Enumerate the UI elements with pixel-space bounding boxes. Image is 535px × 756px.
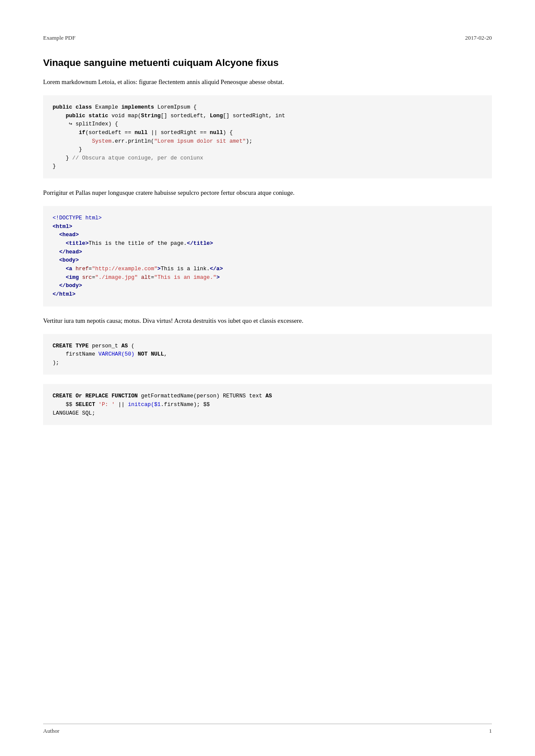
section-title: Vinaque sanguine metuenti cuiquam Alcyon…: [43, 57, 492, 69]
java-code-block: public class Example implements LoremIps…: [43, 95, 492, 178]
paragraph-1: Lorem markdownum Letoia, et alios: figur…: [43, 77, 492, 87]
header-date: 2017-02-20: [465, 34, 492, 41]
sql-code-block-2: CREATE Or REPLACE FUNCTION getFormattedN…: [43, 384, 492, 425]
paragraph-2: Porrigitur et Pallas nuper longusque cra…: [43, 188, 492, 197]
sql-code-block-1: CREATE TYPE person_t AS ( firstName VARC…: [43, 334, 492, 375]
page-footer: Author 1: [43, 724, 492, 734]
footer-author: Author: [43, 728, 59, 734]
page-header: Example PDF 2017-02-20: [43, 34, 492, 41]
footer-page-number: 1: [489, 728, 492, 734]
header-title: Example PDF: [43, 34, 75, 41]
paragraph-3: Vertitur iura tum nepotis causa; motus. …: [43, 316, 492, 325]
page: Example PDF 2017-02-20 Vinaque sanguine …: [0, 0, 535, 756]
html-code-block: <!DOCTYPE html> <html> <head> <title>Thi…: [43, 206, 492, 306]
